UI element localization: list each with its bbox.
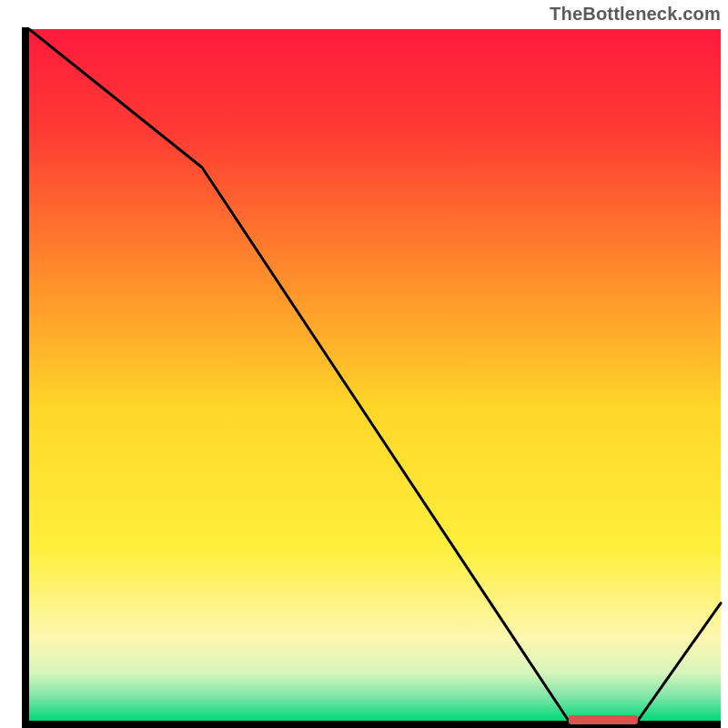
svg-rect-0 xyxy=(22,27,29,728)
plot-background xyxy=(29,29,721,721)
chart-svg xyxy=(0,0,728,728)
chart-container: TheBottleneck.com xyxy=(0,0,728,728)
attribution-label: TheBottleneck.com xyxy=(550,4,721,25)
plateau-marker xyxy=(569,715,638,724)
